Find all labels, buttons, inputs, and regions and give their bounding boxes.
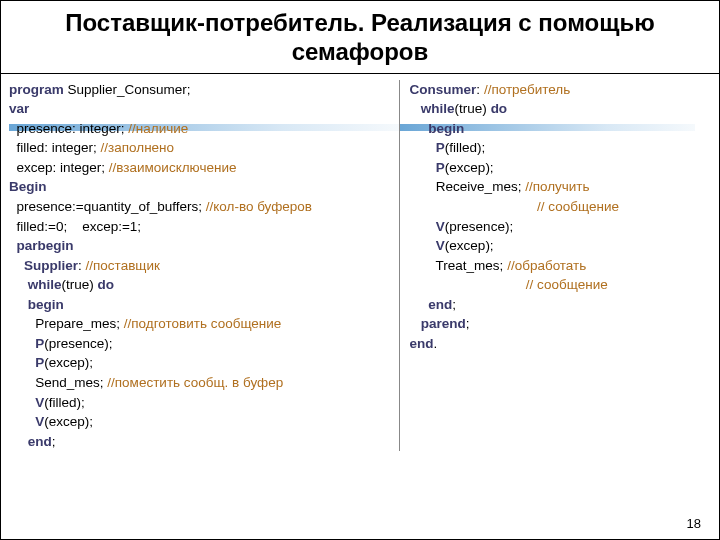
comment: //заполнено [101,140,175,155]
kw-parbegin: parbegin [9,238,74,253]
comment: //потребитель [484,82,570,97]
text: ; [466,316,470,331]
slide-title: Поставщик-потребитель. Реализация с помо… [1,1,719,73]
kw-supplier: Supplier [9,258,78,273]
kw-parend: parend [410,316,466,331]
text: (excep); [445,238,494,253]
sym-v: V [410,238,445,253]
kw-end: end [410,336,434,351]
code-left-column: program Supplier_Consumer; var presence:… [9,80,400,452]
text: ; [52,434,56,449]
sym-p: P [9,336,44,351]
sym-v: V [9,395,44,410]
text: presence:=quantity_of_buffers; [9,199,206,214]
text: . [434,336,438,351]
text: (excep); [44,355,93,370]
sym-p: P [410,160,445,175]
kw-var: var [9,101,29,116]
text: (true) [62,277,98,292]
comment: //поставщик [86,258,160,273]
comment: //наличие [128,121,188,136]
text: (true) [455,101,491,116]
comment: //обработать [507,258,586,273]
comment: //получить [525,179,589,194]
text: Receive_mes; [410,179,526,194]
text: filled:=0; excep:=1; [9,219,141,234]
text: ; [452,297,456,312]
kw-begin: Begin [9,179,47,194]
kw-begin: begin [9,297,64,312]
text: filled: integer; [9,140,101,155]
code-right-column: Consumer: //потребитель while(true) do b… [400,80,711,452]
kw-begin: begin [410,121,465,136]
text: Prepare_mes; [9,316,124,331]
text: (presence); [445,219,513,234]
text: excep: integer; [9,160,109,175]
kw-do: do [491,101,508,116]
comment: // сообщение [410,277,608,292]
comment: // сообщение [410,199,619,214]
text: presence: integer; [9,121,128,136]
page-number: 18 [687,516,701,531]
kw-do: do [98,277,115,292]
sym-p: P [9,355,44,370]
text: Treat_mes; [410,258,508,273]
text: (excep); [44,414,93,429]
kw-while: while [410,101,455,116]
comment: //кол-во буферов [206,199,312,214]
content-area: program Supplier_Consumer; var presence:… [1,74,719,452]
text: (filled); [445,140,486,155]
sym-p: P [410,140,445,155]
kw-program: program [9,82,64,97]
sym-v: V [410,219,445,234]
kw-end: end [410,297,453,312]
sym-v: V [9,414,44,429]
text: Supplier_Consumer; [64,82,191,97]
comment: //подготовить сообщение [124,316,282,331]
text: (excep); [445,160,494,175]
text: : [476,82,484,97]
text: (presence); [44,336,112,351]
comment: //взаимоисключение [109,160,237,175]
kw-consumer: Consumer [410,82,477,97]
kw-while: while [9,277,62,292]
text: Send_mes; [9,375,107,390]
text: (filled); [44,395,85,410]
comment: //поместить сообщ. в буфер [107,375,283,390]
text: : [78,258,86,273]
kw-end: end [9,434,52,449]
